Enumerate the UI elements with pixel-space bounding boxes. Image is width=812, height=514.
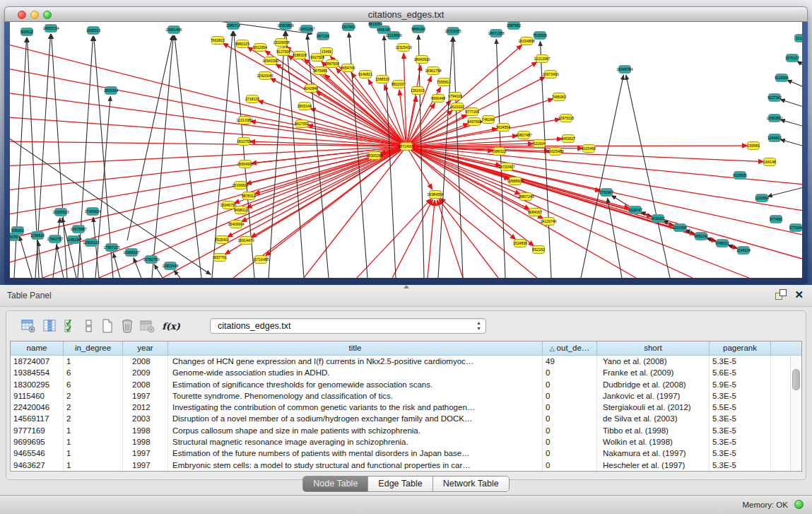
delete-table-icon[interactable] (119, 318, 135, 334)
column-header-in_degree[interactable]: in_degree (64, 341, 123, 355)
table-row[interactable]: 969969511998Structural magnetic resonanc… (11, 436, 801, 448)
graph-node[interactable]: 677004 (789, 224, 801, 232)
table-scrollbar-thumb[interactable] (792, 369, 800, 390)
select-columns-icon[interactable] (63, 318, 78, 334)
tab-edge-table[interactable]: Edge Table (368, 477, 433, 491)
graph-node[interactable]: 9990448 (431, 95, 445, 103)
graph-node[interactable]: 8427552 (295, 120, 309, 128)
graph-node[interactable]: 164148 (763, 158, 775, 166)
graph-node[interactable]: 15654936 (237, 160, 253, 168)
graph-node[interactable]: 1524836 (513, 240, 527, 247)
graph-node[interactable]: 7625402 (215, 236, 229, 244)
graph-node[interactable]: 1244412 (767, 134, 782, 142)
graph-node[interactable]: 15166824 (232, 182, 248, 189)
row-height-icon[interactable] (81, 318, 97, 334)
graph-node[interactable]: 1588520 (375, 76, 389, 83)
graph-node[interactable]: 159581 (747, 142, 759, 150)
graph-node[interactable]: 16648784 (616, 66, 632, 74)
graph-node[interactable]: 15466 (321, 48, 333, 56)
graph-node[interactable]: 1621022 (450, 103, 464, 111)
graph-node[interactable]: 9129906 (775, 74, 789, 82)
graph-node[interactable]: 2718126 (245, 95, 259, 103)
graph-node[interactable]: 2805334 (104, 87, 118, 95)
graph-node[interactable]: 20206523 (52, 209, 69, 216)
graph-node[interactable]: 977450 (770, 216, 782, 223)
graph-node[interactable]: 12213967 (534, 55, 550, 63)
graph-node[interactable]: 10975887 (70, 226, 86, 233)
graph-node[interactable]: 357224 (317, 33, 329, 40)
graph-node[interactable]: 20691406 (165, 26, 182, 34)
graph-node[interactable]: 12505123 (83, 239, 99, 247)
graph-node[interactable]: 6497568 (467, 118, 481, 126)
graph-node[interactable]: 1527602 (341, 23, 355, 31)
graph-node[interactable]: 903522 (20, 28, 33, 36)
graph-node[interactable]: 2803144 (298, 103, 312, 110)
network-window[interactable]: citations_edges.txt 18724007766382299601… (4, 6, 808, 284)
graph-node[interactable]: 10807487 (515, 132, 531, 139)
graph-node[interactable]: 19384554 (427, 191, 443, 199)
table-row[interactable]: 1456911722003Disruption of a novel membe… (11, 413, 801, 424)
graph-node[interactable]: 17957225 (103, 244, 119, 252)
column-header-title[interactable]: title (168, 341, 543, 355)
graph-node[interactable]: 17942757 (47, 235, 63, 243)
graph-node[interactable]: 12325419 (395, 44, 411, 52)
graph-node[interactable]: 9498212 (234, 206, 248, 214)
graph-node[interactable]: 7663822 (211, 37, 225, 45)
graph-node[interactable]: 10973493 (542, 71, 558, 78)
graph-node[interactable]: 15409934 (228, 221, 244, 228)
graph-node[interactable]: 3624554 (496, 124, 510, 132)
graph-node[interactable]: 16543392 (262, 57, 278, 65)
column-header-name[interactable]: name (11, 341, 64, 355)
graph-node[interactable]: 12093832 (766, 115, 782, 122)
graph-node[interactable]: 5912954 (253, 44, 267, 52)
graph-node[interactable]: 2867608 (325, 60, 339, 68)
graph-node[interactable]: 12923448 (162, 262, 178, 270)
show-columns-icon[interactable] (42, 318, 57, 334)
graph-node[interactable]: 9146821 (358, 71, 372, 78)
table-row[interactable]: 1872400712008Changes of HCN gene express… (11, 356, 801, 367)
column-header-out_de[interactable]: △out_de… (543, 341, 597, 355)
graph-node[interactable]: 9960125 (235, 40, 249, 48)
table-row[interactable]: 977716911998Corpus callosum shape and si… (11, 425, 801, 436)
graph-node[interactable]: 6791947 (599, 189, 613, 197)
graph-node[interactable]: 9450142 (694, 233, 708, 240)
graph-node[interactable]: 1905513 (86, 27, 100, 35)
graph-node[interactable]: 16914479 (237, 237, 254, 245)
graph-node[interactable]: 9416201 (651, 215, 665, 223)
graph-node[interactable]: 2089714 (226, 22, 240, 30)
graph-node[interactable]: 1145194 (66, 236, 81, 244)
graph-node[interactable]: 6866160 (411, 25, 425, 33)
graph-node[interactable]: 746266 (482, 116, 494, 124)
graph-node[interactable]: 18640910 (413, 56, 430, 64)
graph-node[interactable]: 6794028 (448, 93, 462, 100)
graph-node[interactable]: 16961758 (425, 67, 441, 75)
table-panel-header[interactable]: Table Panel ✕ (0, 285, 812, 307)
graph-node[interactable]: 16053809 (277, 22, 293, 30)
graph-node[interactable]: 2687682 (507, 22, 521, 30)
citation-network-graph[interactable]: 1872400776638229960125591295413226058912… (10, 22, 802, 278)
graph-node[interactable]: 10025488 (547, 148, 563, 156)
new-document-icon[interactable] (100, 318, 115, 334)
graph-node[interactable]: 18724007 (398, 143, 414, 151)
graph-node[interactable]: 7485063 (552, 93, 566, 101)
function-builder-icon[interactable]: f(x) (163, 318, 179, 334)
graph-node[interactable]: 12218506 (385, 32, 401, 40)
graph-node[interactable]: 15716485 (252, 256, 269, 264)
graph-node[interactable]: 10653267 (298, 25, 314, 33)
graph-node[interactable]: 9657791 (213, 254, 227, 262)
column-header-short[interactable]: short (597, 341, 710, 355)
network-window-titlebar[interactable]: citations_edges.txt (4, 6, 808, 22)
graph-node[interactable]: 18807249 (517, 193, 534, 201)
import-table-icon[interactable] (139, 318, 155, 334)
graph-node[interactable]: 9119747 (628, 206, 642, 214)
graph-node[interactable]: 5878312 (242, 192, 256, 200)
network-canvas[interactable]: 1872400776638229960125591295413226058912… (10, 22, 802, 278)
graph-node[interactable]: 1210654 (755, 194, 769, 202)
graph-node[interactable]: 18720407 (498, 163, 514, 171)
graph-node[interactable]: 9115935 (733, 172, 747, 180)
graph-node[interactable]: 1362615 (411, 87, 425, 95)
graph-node[interactable]: 14055724 (42, 25, 59, 33)
column-header-pagerank[interactable]: pagerank (710, 341, 771, 355)
table-row[interactable]: 946554611997Estimation of the future num… (11, 448, 801, 459)
graph-node[interactable]: 16154808 (518, 37, 534, 45)
